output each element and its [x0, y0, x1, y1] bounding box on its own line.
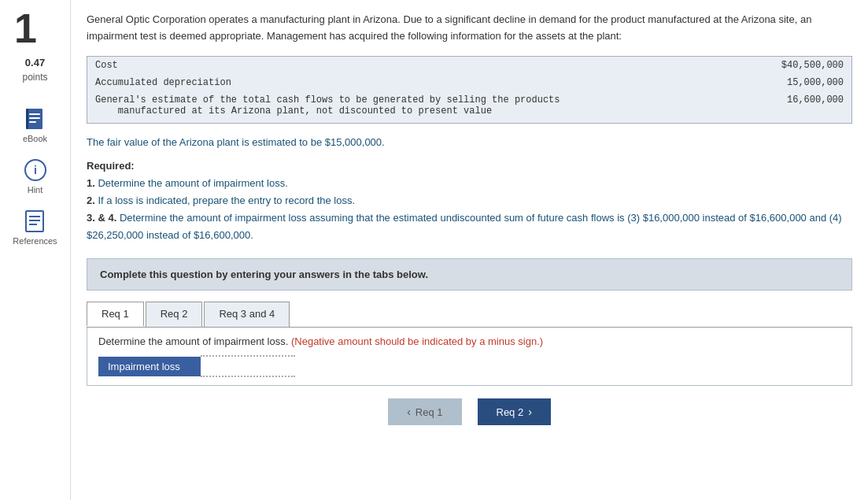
ebook-label: eBook — [23, 134, 47, 143]
input-label: Impairment loss — [98, 357, 201, 376]
tab-instruction: Determine the amount of impairment loss.… — [98, 335, 840, 347]
references-icon — [22, 209, 47, 234]
svg-rect-10 — [29, 224, 37, 225]
svg-rect-1 — [29, 113, 40, 115]
svg-rect-3 — [29, 121, 36, 123]
tab-req2[interactable]: Req 2 — [146, 302, 203, 327]
navigation-buttons: ‹ Req 1 Req 2 › — [87, 398, 852, 425]
req1-text: Determine the amount of impairment loss. — [95, 177, 288, 189]
fair-value-text: The fair value of the Arizona plant is e… — [87, 136, 852, 148]
question-number: 1 — [0, 8, 37, 49]
tabs-container: Req 1 Req 2 Req 3 and 4 — [87, 302, 852, 328]
cost-amount: $40,500,000 — [744, 56, 851, 74]
points-label: points — [22, 72, 47, 83]
hint-label: Hint — [28, 185, 43, 194]
tab-req3and4[interactable]: Req 3 and 4 — [204, 302, 290, 327]
points-value: 0.47 — [25, 57, 45, 69]
req2-text: If a loss is indicated, prepare the entr… — [95, 194, 355, 206]
references-label: References — [13, 236, 57, 246]
next-arrow-icon: › — [528, 406, 532, 418]
table-row: Cost $40,500,000 — [87, 56, 852, 74]
hint-icon: i — [23, 157, 48, 183]
problem-description: General Optic Corporation operates a man… — [87, 12, 852, 45]
ebook-icon — [23, 106, 48, 131]
table-row: Accumulated depreciation 15,000,000 — [87, 74, 852, 91]
complete-instruction-text: Complete this question by entering your … — [100, 269, 428, 280]
sidebar-item-hint[interactable]: i Hint — [23, 157, 48, 194]
tab-content-req1: Determine the amount of impairment loss.… — [87, 328, 852, 386]
tab-req1-label: Req 1 — [102, 308, 129, 320]
req3-text: Determine the amount of impairment loss … — [87, 212, 842, 241]
tab-instruction-text: Determine the amount of impairment loss. — [98, 335, 288, 347]
table-body: Cost $40,500,000 Accumulated depreciatio… — [87, 56, 852, 123]
cashflow-label: General's estimate of the total cash flo… — [87, 91, 745, 124]
cashflow-amount: 16,600,000 — [744, 91, 851, 124]
svg-rect-2 — [29, 117, 40, 119]
svg-rect-4 — [26, 109, 28, 129]
next-button-label: Req 2 — [497, 406, 524, 418]
tab-req3and4-label: Req 3 and 4 — [219, 308, 275, 320]
tab-req2-label: Req 2 — [161, 308, 188, 320]
req3-number: 3. & 4. — [87, 212, 116, 224]
accum-dep-label: Accumulated depreciation — [87, 74, 745, 91]
prev-button[interactable]: ‹ Req 1 — [388, 398, 461, 425]
data-table: Cost $40,500,000 Accumulated depreciatio… — [87, 56, 852, 124]
cost-label: Cost — [87, 56, 745, 74]
sidebar: 1 0.47 points eBook i H — [0, 0, 71, 500]
svg-rect-8 — [29, 216, 40, 217]
svg-rect-9 — [29, 220, 40, 221]
table-row: General's estimate of the total cash flo… — [87, 91, 852, 124]
svg-text:i: i — [34, 164, 37, 176]
impairment-loss-input[interactable] — [201, 355, 295, 377]
required-section: Required: 1. Determine the amount of imp… — [87, 157, 852, 244]
sidebar-item-references[interactable]: References — [13, 209, 57, 246]
accum-dep-amount: 15,000,000 — [744, 74, 851, 91]
req1-number: 1. — [87, 177, 95, 189]
input-row: Impairment loss — [98, 355, 840, 377]
prev-arrow-icon: ‹ — [407, 406, 411, 418]
next-button[interactable]: Req 2 › — [478, 398, 551, 425]
main-content: General Optic Corporation operates a man… — [71, 0, 868, 500]
sidebar-item-ebook[interactable]: eBook — [23, 106, 48, 143]
req2-number: 2. — [87, 194, 95, 206]
required-label: Required: — [87, 160, 135, 172]
tab-req1[interactable]: Req 1 — [87, 302, 144, 327]
prev-button-label: Req 1 — [416, 406, 443, 418]
negative-note: (Negative amount should be indicated by … — [291, 335, 543, 347]
complete-instruction-box: Complete this question by entering your … — [87, 258, 852, 291]
